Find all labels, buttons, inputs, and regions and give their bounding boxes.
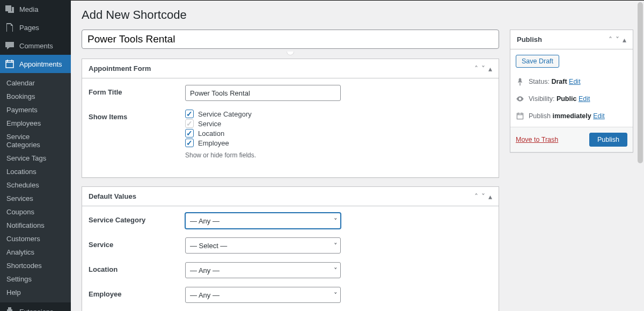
- sidebar-item-comments[interactable]: Comments: [0, 37, 71, 55]
- submenu-item[interactable]: Shortcodes: [0, 259, 71, 272]
- submenu-item[interactable]: Services: [0, 192, 71, 205]
- postbox-header: Publish ˄ ˅ ▴: [510, 30, 633, 49]
- publish-status-row: Status: Draft Edit: [510, 73, 633, 90]
- move-down-icon[interactable]: ˅: [481, 193, 485, 200]
- checkbox-icon[interactable]: [185, 129, 194, 138]
- comments-icon: [4, 40, 15, 51]
- sidebar-item-extensions[interactable]: Extensions: [0, 302, 71, 311]
- move-up-icon[interactable]: ˄: [474, 193, 478, 200]
- checkbox-icon[interactable]: [185, 110, 194, 118]
- edit-schedule-link[interactable]: Edit: [593, 112, 605, 120]
- default-employee-label: Employee: [89, 287, 185, 303]
- submenu-item[interactable]: Calendar: [0, 76, 71, 90]
- show-items-label: Show Items: [89, 110, 185, 159]
- postbox-title: Appointment Form: [89, 64, 151, 73]
- plug-icon: [4, 306, 15, 311]
- show-items-hint: Show or hide form fields.: [185, 151, 492, 159]
- submenu-item[interactable]: Help: [0, 286, 71, 299]
- checkbox-icon[interactable]: [185, 119, 194, 128]
- calendar-icon: [516, 112, 524, 120]
- postbox-title: Publish: [517, 35, 542, 44]
- submenu-item[interactable]: Service Tags: [0, 151, 71, 165]
- move-to-trash-link[interactable]: Move to Trash: [516, 136, 558, 143]
- submenu-item[interactable]: Customers: [0, 232, 71, 245]
- show-item-employee[interactable]: Employee: [185, 139, 492, 147]
- submenu-item[interactable]: Payments: [0, 103, 71, 117]
- checkbox-icon[interactable]: [185, 139, 194, 147]
- sidebar-submenu: Calendar Bookings Payments Employees Ser…: [0, 73, 71, 302]
- sidebar-item-pages[interactable]: Pages: [0, 18, 71, 37]
- submenu-item[interactable]: Notifications: [0, 219, 71, 232]
- shortcode-title-input[interactable]: [82, 30, 499, 49]
- publish-time: immediately: [552, 112, 591, 120]
- eye-icon: [516, 95, 524, 103]
- move-down-icon[interactable]: ˅: [616, 36, 619, 44]
- pin-icon: [516, 77, 524, 86]
- toggle-box-icon[interactable]: ▴: [623, 36, 626, 44]
- move-up-icon[interactable]: ˄: [609, 36, 612, 44]
- pages-icon: [4, 22, 15, 33]
- submenu-item[interactable]: Analytics: [0, 245, 71, 259]
- postbox-header: Appointment Form ˄ ˅ ▴: [82, 59, 499, 78]
- visibility-label: Visibility:: [529, 95, 554, 103]
- submenu-item[interactable]: Locations: [0, 165, 71, 178]
- show-item-location[interactable]: Location: [185, 129, 492, 138]
- default-service-label: Service: [89, 237, 185, 254]
- sidebar-item-label: Extensions: [19, 308, 54, 312]
- postbox-handle-actions: ˄ ˅ ▴: [474, 193, 492, 200]
- page-title: Add New Shortcode: [82, 8, 633, 22]
- edit-visibility-link[interactable]: Edit: [579, 95, 590, 103]
- submenu-item[interactable]: Settings: [0, 272, 71, 286]
- postbox-handle-actions: ˄ ˅ ▴: [474, 65, 492, 73]
- scrollbar-thumb[interactable]: [638, 2, 643, 163]
- default-values-box: Default Values ˄ ˅ ▴ Service Category: [82, 186, 499, 311]
- toggle-box-icon[interactable]: ▴: [488, 65, 492, 73]
- default-service-category-label: Service Category: [89, 213, 185, 229]
- toggle-box-icon[interactable]: ▴: [488, 193, 492, 200]
- move-down-icon[interactable]: ˅: [481, 65, 485, 73]
- submenu-item[interactable]: Schedules: [0, 178, 71, 192]
- publish-button[interactable]: Publish: [589, 133, 627, 147]
- submenu-item[interactable]: Bookings: [0, 90, 71, 103]
- publish-visibility-row: Visibility: Public Edit: [510, 90, 633, 107]
- sidebar-item-label: Media: [19, 5, 38, 13]
- default-employee-select[interactable]: [185, 287, 341, 303]
- drag-handle-icon[interactable]: [287, 52, 294, 55]
- sidebar-item-label: Comments: [19, 42, 53, 50]
- publish-label: Publish: [529, 112, 551, 120]
- postbox-header: Default Values ˄ ˅ ▴: [82, 187, 499, 206]
- sidebar-item-media[interactable]: Media: [0, 0, 71, 18]
- show-item-service[interactable]: Service: [185, 119, 492, 128]
- publish-box: Publish ˄ ˅ ▴ Save Draft Status:: [510, 30, 633, 153]
- default-location-label: Location: [89, 262, 185, 278]
- sidebar-item-label: Pages: [19, 24, 39, 32]
- sidebar-item-appointments[interactable]: Appointments: [0, 55, 71, 73]
- main-content: Add New Shortcode Appointment Form ˄ ˅ ▴: [71, 0, 644, 311]
- calendar-icon: [4, 59, 15, 69]
- form-title-label: Form Title: [89, 85, 185, 101]
- appointment-form-box: Appointment Form ˄ ˅ ▴ Form Title: [82, 59, 499, 178]
- postbox-title: Default Values: [89, 192, 136, 200]
- media-icon: [4, 4, 15, 15]
- visibility-value: Public: [557, 95, 577, 103]
- move-up-icon[interactable]: ˄: [474, 65, 478, 73]
- show-item-service-category[interactable]: Service Category: [185, 110, 492, 118]
- postbox-handle-actions: ˄ ˅ ▴: [609, 36, 626, 44]
- edit-status-link[interactable]: Edit: [569, 78, 581, 85]
- submenu-item[interactable]: Coupons: [0, 205, 71, 219]
- default-location-select[interactable]: [185, 262, 341, 278]
- default-service-select[interactable]: [185, 237, 341, 254]
- page-scrollbar[interactable]: [636, 0, 644, 311]
- sidebar-item-label: Appointments: [19, 60, 62, 68]
- default-service-category-select[interactable]: [185, 213, 341, 229]
- submenu-item[interactable]: Service Categories: [0, 130, 71, 151]
- save-draft-button[interactable]: Save Draft: [516, 55, 559, 68]
- status-label: Status:: [529, 78, 550, 85]
- admin-sidebar: Media Pages Comments Appointments Calend…: [0, 0, 71, 311]
- publish-schedule-row: Publish immediately Edit: [510, 107, 633, 125]
- submenu-item[interactable]: Employees: [0, 117, 71, 130]
- status-value: Draft: [551, 78, 567, 85]
- form-title-input[interactable]: [185, 85, 341, 101]
